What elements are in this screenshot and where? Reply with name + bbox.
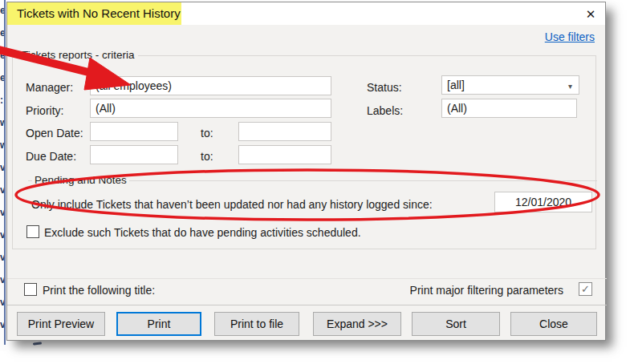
background-text-fragment: w bbox=[0, 140, 4, 152]
background-text-fragment: e bbox=[0, 5, 4, 18]
background-text-fragment: : bbox=[0, 95, 4, 107]
background-text-fragment: v bbox=[0, 274, 4, 287]
manager-label: Manager: bbox=[26, 81, 73, 94]
due-date-to-label: to: bbox=[201, 150, 213, 163]
background-text-fragment: v bbox=[0, 162, 4, 175]
status-label: Status: bbox=[367, 81, 402, 94]
print-button[interactable]: Print bbox=[116, 312, 201, 336]
open-date-label: Open Date: bbox=[26, 127, 83, 140]
background-text-fragment: e bbox=[0, 50, 4, 63]
background-window-strip: eeee:wwvvvvvvvv bbox=[0, 0, 6, 351]
due-date-label: Due Date: bbox=[26, 150, 76, 163]
buttons-divider bbox=[7, 305, 607, 305]
status-dropdown[interactable]: [all] ▾ bbox=[441, 75, 579, 95]
close-button[interactable]: Close bbox=[510, 312, 597, 336]
status-dropdown-value: [all] bbox=[447, 79, 465, 91]
print-params-checkbox[interactable]: ✓ bbox=[579, 282, 592, 296]
sort-button[interactable]: Sort bbox=[412, 312, 500, 336]
due-date-from-input[interactable] bbox=[90, 145, 178, 164]
labels-input[interactable]: (All) bbox=[441, 99, 577, 118]
close-icon[interactable]: ✕ bbox=[580, 5, 601, 23]
since-date-input[interactable]: 12/01/2020 bbox=[494, 192, 592, 212]
exclude-pending-checkbox[interactable] bbox=[26, 225, 39, 238]
criteria-groupbox-legend: Tickets reports - criteria bbox=[18, 49, 138, 61]
print-title-checkbox[interactable] bbox=[24, 283, 37, 296]
since-label: Only include Tickets that haven’t been u… bbox=[31, 198, 433, 211]
open-date-from-input[interactable] bbox=[90, 122, 178, 141]
background-text-fragment: e bbox=[0, 27, 4, 40]
manager-input[interactable]: (all employees) bbox=[90, 76, 331, 95]
priority-label: Priority: bbox=[26, 104, 63, 117]
priority-input[interactable]: (All) bbox=[90, 99, 331, 118]
open-date-to-input[interactable] bbox=[238, 122, 331, 141]
footer-divider bbox=[7, 278, 607, 279]
print-preview-button[interactable]: Print Preview bbox=[17, 312, 105, 336]
background-text-fragment: v bbox=[0, 207, 4, 220]
background-text-fragment bbox=[33, 342, 42, 345]
pending-groupbox-legend: Pending and Notes bbox=[32, 174, 129, 186]
print-params-label: Print major filtering parameters bbox=[410, 284, 563, 297]
dialog-titlebar: Tickets with No Recent History ✕ bbox=[7, 2, 605, 25]
chevron-down-icon: ▾ bbox=[568, 82, 572, 91]
print-title-label: Print the following title: bbox=[43, 284, 155, 297]
background-text-fragment: v bbox=[0, 184, 4, 197]
criteria-groupbox: Tickets reports - criteria Manager: (all… bbox=[12, 55, 596, 249]
background-text-fragment: v bbox=[0, 319, 4, 332]
use-filters-link[interactable]: Use filters bbox=[545, 30, 595, 43]
labels-label: Labels: bbox=[367, 104, 403, 117]
background-text-fragment: e bbox=[0, 72, 4, 85]
title-highlight: Tickets with No Recent History bbox=[7, 2, 181, 25]
background-text-fragment: v bbox=[0, 297, 4, 309]
background-window-border bbox=[4, 0, 6, 345]
background-text-fragment: v bbox=[0, 252, 4, 265]
dialog-title: Tickets with No Recent History bbox=[10, 2, 187, 25]
background-text-fragment: w bbox=[0, 117, 4, 130]
expand-button[interactable]: Expand >>> bbox=[313, 312, 401, 336]
tickets-report-dialog: Tickets with No Recent History ✕ Use fil… bbox=[6, 2, 606, 341]
print-to-file-button[interactable]: Print to file bbox=[214, 312, 299, 336]
exclude-pending-label: Exclude such Tickets that do have pendin… bbox=[44, 226, 361, 239]
open-date-to-label: to: bbox=[201, 127, 213, 140]
background-text-fragment: v bbox=[0, 229, 4, 242]
due-date-to-input[interactable] bbox=[238, 145, 331, 164]
